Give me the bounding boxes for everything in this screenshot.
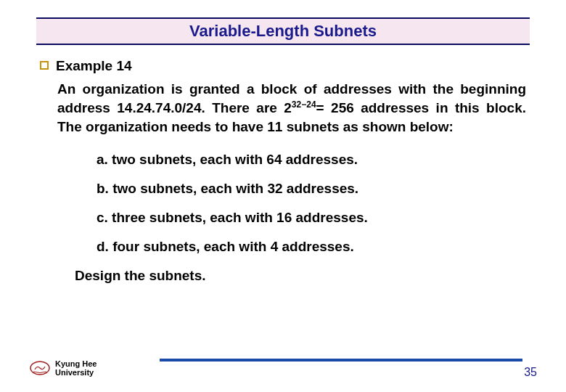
body-exponent: 32−24 [292,99,316,110]
university-logo-icon [29,359,51,377]
university-line1: Kyung Hee [55,359,97,369]
footer-divider [160,359,522,362]
list-item: a. two subnets, each with 64 addresses. [97,152,526,168]
university-block: Kyung Hee University [29,359,97,377]
title-bar: Variable-Length Subnets [36,17,530,45]
design-instruction: Design the subnets. [75,268,526,284]
example-heading: Example 14 [40,58,526,74]
content-area: Example 14 An organization is granted a … [0,45,566,284]
list-item: c. three subnets, each with 16 addresses… [97,210,526,226]
list-item: d. four subnets, each with 4 addresses. [97,239,526,255]
page-number: 35 [524,366,537,379]
subnet-list: a. two subnets, each with 64 addresses. … [97,152,526,255]
list-item: b. two subnets, each with 32 addresses. [97,181,526,197]
university-name: Kyung Hee University [55,359,97,377]
example-label: Example 14 [56,58,132,74]
slide-title: Variable-Length Subnets [189,22,377,40]
university-line2: University [55,368,97,377]
bullet-icon [40,61,49,70]
body-paragraph: An organization is granted a block of ad… [57,80,526,136]
footer: Kyung Hee University 35 [0,348,566,379]
